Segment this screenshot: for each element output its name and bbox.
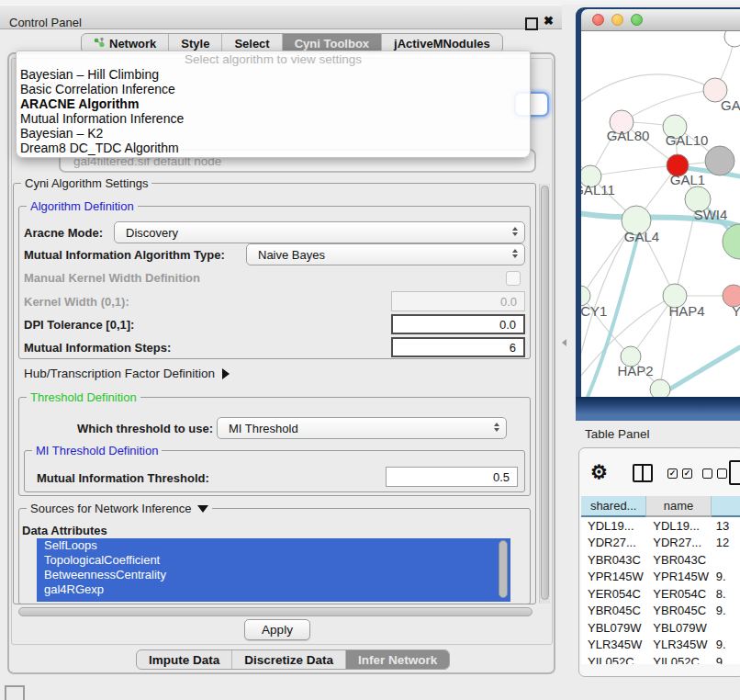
- tab-impute-data[interactable]: Impute Data: [137, 650, 232, 669]
- tab-style[interactable]: Style: [169, 34, 222, 52]
- aracne-mode-value: Discovery: [126, 226, 178, 240]
- split-view-icon[interactable]: [633, 464, 653, 482]
- minimized-panel-icon[interactable]: [5, 685, 25, 700]
- sources-legend-label: Sources for Network Inference: [30, 502, 192, 515]
- hub-definition-label: Hub/Transcription Factor Definition: [24, 367, 215, 380]
- collapse-arrow-icon: [197, 505, 208, 513]
- aracne-mode-combo[interactable]: Discovery: [114, 221, 525, 243]
- float-panel-icon[interactable]: [525, 17, 538, 30]
- table-row[interactable]: YDL19...YDL19...13: [581, 517, 740, 535]
- node-label-Y: Y: [732, 303, 740, 319]
- mi-type-label: Mutual Information Algorithm Type:: [24, 248, 225, 262]
- algorithm-option[interactable]: ARACNE Algorithm: [17, 96, 530, 111]
- table-cell: YIL052C: [646, 655, 711, 664]
- algorithm-option[interactable]: Bayesian – K2: [17, 126, 530, 141]
- aracne-mode-label: Aracne Mode:: [24, 226, 103, 240]
- sources-legend[interactable]: Sources for Network Inference: [27, 502, 212, 515]
- tab-select[interactable]: Select: [222, 34, 282, 52]
- algorithm-popup-list: Bayesian – Hill ClimbingBasic Correlatio…: [17, 67, 530, 155]
- table-row[interactable]: YBR043CYBR043C: [581, 551, 740, 569]
- tab-infer-network[interactable]: Infer Network: [346, 650, 449, 669]
- control-panel-titlebar: Control Panel ✖: [0, 5, 562, 29]
- table-body: YDL19...YDL19...13YDR27...YDR27...12YBR0…: [581, 517, 740, 664]
- table-header-row: shared...name: [581, 496, 740, 517]
- table-cell: YLR345W: [646, 638, 711, 651]
- table-row[interactable]: YPR145WYPR145W9.: [581, 569, 740, 586]
- network-node[interactable]: [705, 146, 734, 175]
- mi-type-combo[interactable]: Naive Bayes: [246, 243, 525, 265]
- split-pane-handle[interactable]: [562, 339, 566, 346]
- tab-jactivemnodules[interactable]: jActiveMNodules: [382, 34, 502, 52]
- data-attributes-list[interactable]: SelfLoopsTopologicalCoefficientBetweenne…: [37, 538, 510, 602]
- close-traffic-light-icon[interactable]: [592, 14, 604, 26]
- settings-horizontal-scrollbar[interactable]: [15, 607, 536, 618]
- mi-threshold-field[interactable]: 0.5: [386, 467, 518, 487]
- attribute-item[interactable]: gal4RGexp: [37, 582, 510, 597]
- table-row[interactable]: YER054CYER054C8.: [581, 585, 740, 603]
- table-row[interactable]: YBR045CYBR045C9.: [581, 603, 740, 620]
- document-icon[interactable]: [729, 460, 740, 485]
- expand-arrow-icon: [222, 368, 230, 379]
- node-label-GAL10: GAL10: [666, 132, 709, 148]
- node-label-HAP2: HAP2: [617, 363, 653, 378]
- dpi-tolerance-field[interactable]: 0.0: [391, 314, 525, 334]
- kernel-width-field: 0.0: [391, 291, 525, 311]
- node-label-SWI4: SWI4: [694, 207, 728, 222]
- table-cell: YER054C: [581, 587, 646, 601]
- apply-button[interactable]: Apply: [244, 619, 310, 640]
- tab-cyni-toolbox[interactable]: Cyni Toolbox: [283, 34, 382, 52]
- column-header-shared[interactable]: shared...: [581, 496, 646, 517]
- attr-list-scrollbar[interactable]: [499, 540, 508, 598]
- network-canvas[interactable]: GALGAL80GAL10GAL1GAL11SWI4GAL4GCY1HAP4YH…: [581, 31, 740, 397]
- tab-network[interactable]: Network: [82, 34, 169, 52]
- gear-icon[interactable]: ⚙: [590, 461, 608, 483]
- node-label-GAL4: GAL4: [624, 229, 659, 244]
- table-panel-title: Table Panel: [585, 427, 650, 441]
- mi-steps-field[interactable]: 6: [391, 337, 525, 357]
- tab-discretize-data[interactable]: Discretize Data: [232, 650, 346, 669]
- kernel-width-label: Kernel Width (0,1):: [24, 295, 129, 309]
- algorithm-option[interactable]: Basic Correlation Inference: [17, 82, 530, 96]
- table-row[interactable]: YIL052CYIL052C9.: [581, 653, 740, 664]
- manual-kernel-label: Manual Kernel Width Definition: [24, 271, 200, 285]
- table-cell: YBL079W: [581, 621, 646, 635]
- checked-boxes-icon[interactable]: ✓✓: [667, 469, 692, 479]
- threshold-definition-legend: Threshold Definition: [27, 390, 140, 404]
- algorithm-option[interactable]: Dream8 DC_TDC Algorithm: [17, 141, 530, 155]
- which-threshold-combo[interactable]: MI Threshold: [217, 417, 507, 439]
- mi-threshold-label: Mutual Information Threshold:: [37, 471, 209, 485]
- algorithm-popup-prompt: Select algorithm to view settings: [17, 51, 530, 67]
- column-header-name[interactable]: name: [646, 496, 711, 517]
- network-edge[interactable]: [590, 165, 678, 176]
- network-window[interactable]: GALGAL80GAL10GAL1GAL11SWI4GAL4GCY1HAP4YH…: [576, 7, 740, 397]
- zoom-traffic-light-icon[interactable]: [631, 14, 643, 26]
- attribute-item[interactable]: TopologicalCoefficient: [37, 553, 510, 568]
- column-header[interactable]: [712, 496, 740, 517]
- table-row[interactable]: YLR345WYLR345W9.: [581, 637, 740, 654]
- node-label-GAL1: GAL1: [670, 172, 705, 187]
- settings-vertical-scrollbar[interactable]: [539, 184, 550, 604]
- algorithm-definition-legend: Algorithm Definition: [27, 199, 138, 213]
- mi-type-value: Naive Bayes: [258, 248, 325, 262]
- hub-definition-toggle[interactable]: Hub/Transcription Factor Definition: [24, 367, 230, 380]
- network-node[interactable]: [650, 379, 670, 397]
- minimize-traffic-light-icon[interactable]: [611, 14, 623, 26]
- network-node[interactable]: [724, 31, 740, 47]
- algorithm-option[interactable]: Bayesian – Hill Climbing: [17, 67, 530, 82]
- close-panel-icon[interactable]: ✖: [544, 14, 554, 28]
- table-row[interactable]: YDR27...YDR27...12: [581, 535, 740, 552]
- stepper-icon: [512, 227, 518, 236]
- unchecked-boxes-icon[interactable]: [702, 469, 727, 479]
- network-canvas-svg: GALGAL80GAL10GAL1GAL11SWI4GAL4GCY1HAP4YH…: [581, 31, 740, 397]
- network-window-titlebar[interactable]: [581, 9, 740, 31]
- which-threshold-value: MI Threshold: [229, 422, 298, 435]
- table-cell: 13: [712, 519, 740, 533]
- attribute-item[interactable]: SelfLoops: [37, 538, 510, 553]
- attribute-item[interactable]: BetweennessCentrality: [37, 568, 510, 582]
- table-row[interactable]: YBL079WYBL079W: [581, 619, 740, 637]
- desktop-background: [576, 397, 740, 421]
- manual-kernel-checkbox: [506, 271, 521, 286]
- table-cell: YDR27...: [581, 536, 646, 549]
- algorithm-option[interactable]: Mutual Information Inference: [17, 111, 530, 126]
- network-node[interactable]: [723, 224, 740, 259]
